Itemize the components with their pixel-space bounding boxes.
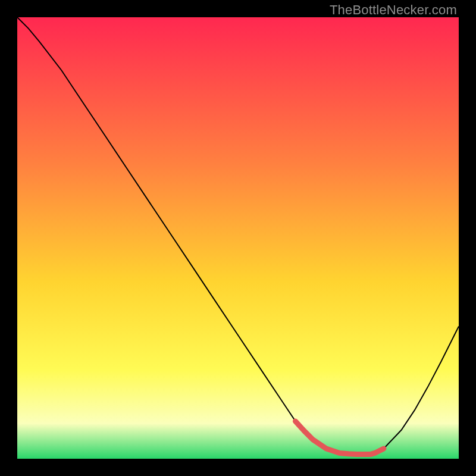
chart-background [17, 17, 459, 459]
chart-frame [0, 0, 476, 476]
watermark-attribution: TheBottleNecker.com [330, 2, 457, 18]
chart-canvas [17, 17, 459, 459]
